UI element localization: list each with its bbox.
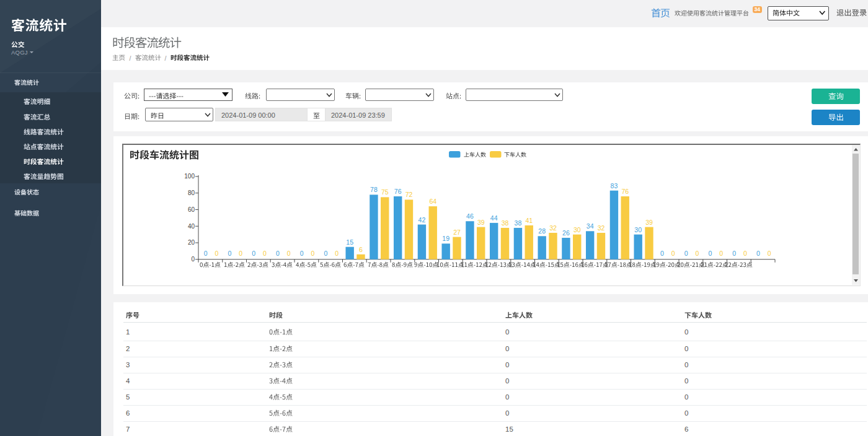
svg-text:0: 0 — [215, 250, 218, 257]
svg-text:0: 0 — [756, 250, 760, 257]
svg-text:19: 19 — [442, 235, 450, 242]
svg-text:44: 44 — [490, 214, 497, 222]
svg-text:0: 0 — [228, 250, 231, 257]
svg-text:0: 0 — [335, 250, 339, 257]
svg-text:72: 72 — [405, 191, 412, 198]
svg-text:0: 0 — [732, 250, 736, 257]
svg-text:0: 0 — [708, 250, 712, 257]
svg-text:32: 32 — [549, 224, 557, 232]
svg-text:26: 26 — [562, 229, 570, 237]
svg-text:0: 0 — [671, 250, 675, 257]
svg-text:78: 78 — [370, 186, 378, 193]
svg-text:0: 0 — [324, 250, 327, 257]
svg-text:75: 75 — [381, 188, 388, 196]
svg-text:27: 27 — [453, 229, 461, 236]
svg-text:0: 0 — [275, 250, 279, 257]
svg-text:38: 38 — [514, 219, 521, 227]
svg-text:0: 0 — [203, 250, 207, 257]
svg-text:41: 41 — [525, 217, 533, 224]
svg-text:30: 30 — [573, 226, 580, 233]
svg-text:83: 83 — [610, 182, 618, 190]
svg-text:42: 42 — [418, 216, 425, 224]
svg-text:15: 15 — [346, 238, 353, 246]
svg-text:0: 0 — [286, 250, 290, 257]
svg-text:0: 0 — [684, 250, 688, 257]
svg-text:0: 0 — [311, 250, 314, 257]
svg-text:32: 32 — [597, 224, 604, 232]
svg-text:0: 0 — [719, 250, 723, 257]
svg-text:39: 39 — [477, 219, 484, 226]
svg-text:80: 80 — [187, 190, 195, 196]
svg-text:0: 0 — [743, 250, 747, 257]
svg-text:76: 76 — [621, 188, 629, 195]
svg-text:0: 0 — [660, 250, 664, 257]
svg-text:30: 30 — [634, 226, 642, 233]
svg-text:0: 0 — [191, 256, 195, 263]
svg-text:34: 34 — [586, 222, 593, 230]
svg-text:20: 20 — [187, 239, 195, 246]
svg-text:64: 64 — [429, 198, 436, 205]
svg-text:0: 0 — [299, 250, 303, 257]
svg-text:0: 0 — [767, 250, 771, 257]
svg-text:60: 60 — [187, 206, 195, 213]
svg-text:100: 100 — [184, 173, 195, 180]
svg-text:0: 0 — [263, 250, 267, 257]
svg-text:0: 0 — [695, 250, 699, 257]
svg-text:46: 46 — [466, 212, 474, 220]
svg-text:0: 0 — [252, 250, 255, 257]
svg-text:76: 76 — [394, 188, 401, 195]
svg-text:28: 28 — [538, 227, 546, 235]
svg-text:38: 38 — [501, 219, 508, 227]
svg-text:40: 40 — [187, 223, 195, 230]
svg-text:6: 6 — [359, 246, 363, 253]
svg-text:0: 0 — [239, 250, 242, 257]
svg-text:39: 39 — [645, 219, 653, 226]
